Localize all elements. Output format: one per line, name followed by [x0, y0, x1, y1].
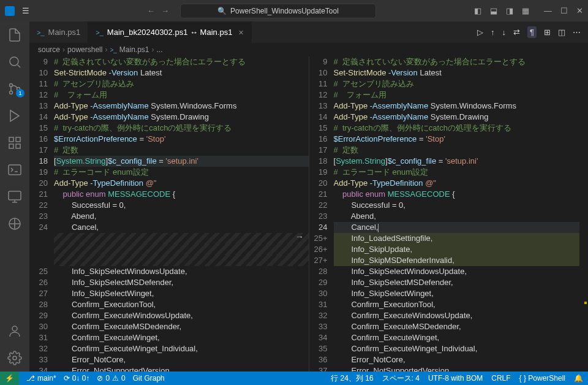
status-sync[interactable]: ⟳ 0↓ 0↑: [64, 374, 90, 383]
scm-badge: 1: [16, 89, 24, 97]
status-git-graph[interactable]: Git Graph: [133, 374, 165, 383]
tab-actions: ▷ ↑ ↓ ⇄ ¶ ⊞ ◫ ⋯: [477, 21, 588, 43]
diff-pane-left[interactable]: 9101112131415161718192021222324252627282…: [29, 56, 309, 372]
nav-forward-icon[interactable]: →: [161, 6, 169, 15]
window-minimize-icon[interactable]: —: [544, 6, 552, 15]
vscode-icon: [5, 6, 15, 16]
run-icon[interactable]: ▷: [477, 28, 483, 37]
search-text: PowerShell_WindowsUpdateTool: [230, 7, 339, 15]
breadcrumb-item[interactable]: source: [38, 45, 60, 54]
activity-bar: 1: [0, 21, 29, 372]
svg-rect-8: [9, 165, 21, 175]
svg-rect-7: [16, 144, 20, 148]
status-problems[interactable]: ⊘ 0 ⚠ 0: [97, 374, 125, 383]
search-icon[interactable]: [7, 55, 22, 69]
next-change-icon[interactable]: ↓: [502, 28, 507, 37]
terminal-icon[interactable]: [7, 162, 22, 177]
svg-rect-5: [16, 137, 20, 142]
explorer-icon[interactable]: [7, 28, 22, 42]
nav-back-icon[interactable]: ←: [147, 6, 155, 15]
nav-arrows: ← →: [147, 6, 169, 15]
gutter-right: 910111213141516171819202122232425+26+27+…: [309, 56, 334, 372]
window-maximize-icon[interactable]: ☐: [560, 6, 568, 15]
breadcrumbs[interactable]: source› powershell› >_ Main.ps1› ...: [29, 43, 588, 56]
status-indent[interactable]: スペース: 4: [382, 373, 420, 384]
close-icon[interactable]: ×: [238, 28, 243, 37]
remote-explorer-icon[interactable]: [7, 189, 22, 204]
tab-main[interactable]: >_ Main.ps1: [29, 21, 88, 43]
powershell-file-icon: >_: [110, 47, 116, 53]
titlebar-right-icons: ◧ ⬓ ◨ ▦ — ☐ ✕: [474, 6, 583, 15]
swap-icon[interactable]: ⇄: [513, 28, 520, 37]
tab-label: Main.ps1: [48, 28, 81, 37]
prev-change-icon[interactable]: ↑: [491, 28, 495, 37]
breadcrumb-item[interactable]: powershell: [67, 45, 102, 54]
layout-grid-icon[interactable]: ▦: [522, 6, 529, 15]
layout-left-icon[interactable]: ◧: [474, 6, 481, 15]
layout-right-icon[interactable]: ◨: [506, 6, 513, 15]
status-encoding[interactable]: UTF-8 with BOM: [428, 373, 483, 384]
remote-indicator[interactable]: ⚡: [0, 372, 19, 385]
kubernetes-icon[interactable]: [7, 216, 22, 231]
powershell-file-icon: >_: [37, 29, 45, 36]
settings-icon[interactable]: [7, 351, 22, 365]
layout-bottom-icon[interactable]: ⬓: [490, 6, 497, 15]
diff-pane-right[interactable]: 910111213141516171819202122232425+26+27+…: [309, 56, 589, 372]
titlebar: ☰ ← → 🔍PowerShell_WindowsUpdateTool ◧ ⬓ …: [0, 0, 588, 21]
svg-point-2: [10, 91, 13, 94]
editor-area: >_ Main.ps1 >_ Main_bk20240302.ps1 ↔ Mai…: [29, 21, 588, 372]
status-eol[interactable]: CRLF: [491, 373, 510, 384]
more-icon[interactable]: ⋯: [573, 28, 581, 37]
svg-point-11: [12, 326, 17, 331]
svg-point-1: [10, 84, 13, 87]
tabs-row: >_ Main.ps1 >_ Main_bk20240302.ps1 ↔ Mai…: [29, 21, 588, 43]
tab-label: Main_bk20240302.ps1 ↔ Main.ps1: [107, 28, 233, 37]
status-language[interactable]: { } PowerShell: [519, 373, 565, 384]
svg-rect-6: [9, 144, 13, 148]
collapse-icon[interactable]: ⊞: [544, 28, 551, 37]
gutter-left: 9101112131415161718192021222324252627282…: [29, 56, 54, 372]
powershell-file-icon: >_: [96, 29, 104, 36]
extensions-icon[interactable]: [7, 135, 22, 150]
diff-arrow-icon[interactable]: →: [295, 232, 304, 242]
statusbar: ⚡ ⎇ main* ⟳ 0↓ 0↑ ⊘ 0 ⚠ 0 Git Graph 行 24…: [0, 372, 588, 385]
breadcrumb-item[interactable]: ...: [157, 45, 163, 54]
status-notifications-icon[interactable]: 🔔: [574, 373, 583, 384]
minimap[interactable]: [579, 56, 588, 372]
run-debug-icon[interactable]: [7, 109, 22, 123]
diff-container: 9101112131415161718192021222324252627282…: [29, 56, 588, 372]
command-center[interactable]: 🔍PowerShell_WindowsUpdateTool: [180, 4, 376, 18]
accounts-icon[interactable]: [7, 324, 22, 338]
split-icon[interactable]: ◫: [558, 28, 565, 37]
svg-point-0: [10, 57, 18, 66]
breadcrumb-item[interactable]: Main.ps1: [119, 45, 149, 54]
menu-icon[interactable]: ☰: [20, 5, 32, 17]
svg-rect-4: [9, 137, 13, 142]
code-left[interactable]: # 定義されていない変数があった場合にエラーとするSet-StrictMode …: [54, 56, 309, 372]
code-right[interactable]: # 定義されていない変数があった場合にエラーとするSet-StrictMode …: [334, 56, 589, 372]
source-control-icon[interactable]: 1: [7, 82, 22, 96]
window-close-icon[interactable]: ✕: [576, 6, 583, 15]
tab-diff[interactable]: >_ Main_bk20240302.ps1 ↔ Main.ps1 ×: [88, 21, 251, 43]
svg-point-12: [13, 356, 17, 360]
whitespace-icon[interactable]: ¶: [527, 26, 537, 38]
status-cursor[interactable]: 行 24、列 16: [331, 373, 373, 384]
svg-rect-9: [9, 191, 21, 200]
status-branch[interactable]: ⎇ main*: [26, 374, 56, 383]
